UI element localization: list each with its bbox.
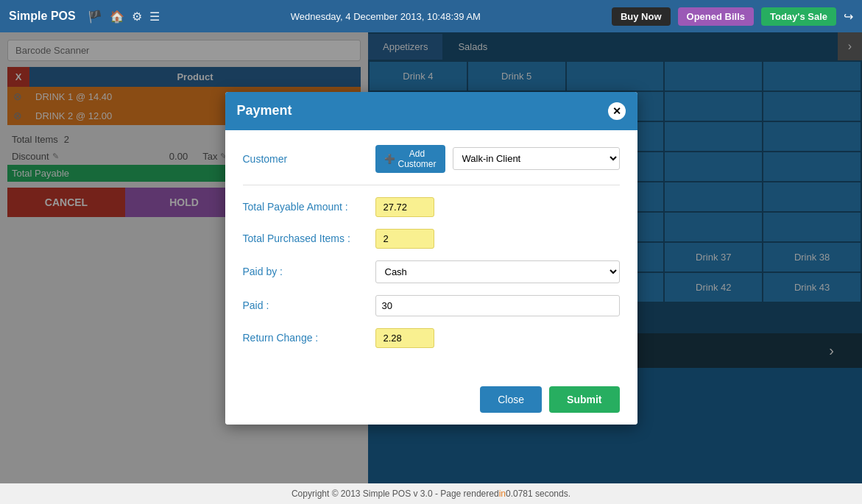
paid-by-field: Cash (375, 260, 620, 283)
customer-row: Customer ➕ Add Customer Walk-in Client (243, 145, 620, 173)
modal-close-button[interactable]: ✕ (608, 102, 626, 120)
modal-title: Payment (237, 103, 292, 118)
customer-select[interactable]: Walk-in Client (453, 147, 620, 170)
paid-by-row: Paid by : Cash (243, 260, 620, 283)
modal-overlay: Payment ✕ Customer ➕ Add Customer Walk-i… (0, 32, 862, 483)
footer-text-before: Copyright © 2013 Simple POS v 3.0 - Page… (292, 489, 499, 499)
plus-circle-icon: ➕ (384, 154, 395, 164)
total-payable-amount-field: 27.72 (375, 197, 620, 217)
modal-submit-btn[interactable]: Submit (549, 386, 619, 413)
total-payable-amount-value: 27.72 (375, 197, 434, 217)
total-purchased-label: Total Purchased Items : (243, 233, 375, 244)
paid-input[interactable] (375, 295, 620, 316)
page-footer: Copyright © 2013 Simple POS v 3.0 - Page… (0, 483, 862, 504)
total-purchased-field: 2 (375, 229, 620, 249)
total-purchased-row: Total Purchased Items : 2 (243, 229, 620, 249)
total-payable-amount-label: Total Payable Amount : (243, 201, 375, 213)
modal-footer: Close Submit (225, 375, 637, 425)
opened-bills-button[interactable]: Opened Bills (678, 7, 754, 26)
paid-by-select[interactable]: Cash (375, 260, 620, 283)
paid-field (375, 295, 620, 316)
main-area: X Product ⊗ DRINK 1 @ 14.40 ⊗ DRINK 2 @ … (0, 32, 862, 483)
footer-highlight: in (499, 489, 506, 499)
paid-row: Paid : (243, 295, 620, 316)
datetime-display: Wednesday, 4 December 2013, 10:48:39 AM (167, 11, 604, 22)
top-navigation: Simple POS 🏴 🏠 ⚙ ☰ Wednesday, 4 December… (0, 0, 862, 32)
total-payable-amount-row: Total Payable Amount : 27.72 (243, 197, 620, 217)
app-title: Simple POS (9, 10, 76, 23)
modal-header: Payment ✕ (225, 92, 637, 130)
todays-sale-button[interactable]: Today's Sale (761, 7, 836, 26)
list-icon[interactable]: ☰ (149, 10, 160, 24)
home-icon[interactable]: 🏠 (110, 10, 124, 24)
paid-label: Paid : (243, 299, 375, 311)
buy-now-button[interactable]: Buy Now (612, 7, 671, 26)
modal-body: Customer ➕ Add Customer Walk-in Client (225, 130, 637, 375)
total-purchased-value: 2 (375, 229, 434, 249)
footer-text-after: 0.0781 seconds. (506, 489, 570, 499)
return-change-field: 2.28 (375, 328, 620, 348)
payment-modal: Payment ✕ Customer ➕ Add Customer Walk-i… (225, 92, 637, 425)
flag-icon[interactable]: 🏴 (88, 10, 102, 24)
gear-icon[interactable]: ⚙ (132, 10, 142, 24)
return-change-value: 2.28 (375, 328, 434, 348)
logout-icon[interactable]: ↪ (844, 10, 853, 24)
return-change-row: Return Change : 2.28 (243, 328, 620, 348)
return-change-label: Return Change : (243, 332, 375, 344)
modal-close-btn[interactable]: Close (480, 386, 542, 413)
paid-by-label: Paid by : (243, 266, 375, 277)
add-customer-button[interactable]: ➕ Add Customer (375, 145, 445, 173)
customer-field: ➕ Add Customer Walk-in Client (375, 145, 620, 173)
customer-label: Customer (243, 153, 375, 165)
